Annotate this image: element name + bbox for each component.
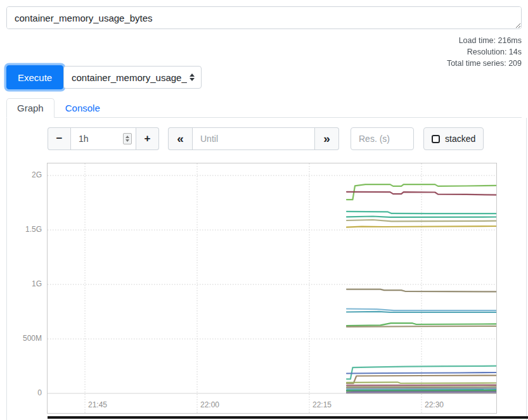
- plot-area[interactable]: 21:4522:0022:1522:300500M1G1.5G2G: [47, 163, 497, 414]
- updown-caret-icon: [190, 73, 195, 81]
- y-tick-label: 1G: [32, 279, 42, 288]
- query-input[interactable]: container_memory_usage_bytes: [6, 6, 522, 29]
- stacked-checkbox[interactable]: [432, 135, 440, 143]
- resolution: Resolution: 14s: [447, 46, 522, 58]
- rewind-button[interactable]: «: [168, 127, 192, 150]
- chart-svg: [48, 163, 496, 413]
- until-input[interactable]: [192, 127, 315, 150]
- legend-divider: [48, 416, 528, 419]
- load-time: Load time: 216ms: [447, 35, 522, 46]
- stacked-toggle-button[interactable]: stacked: [423, 127, 484, 150]
- execute-button[interactable]: Execute: [6, 65, 63, 89]
- y-tick-label: 500M: [23, 334, 42, 343]
- forward-button[interactable]: »: [315, 127, 339, 150]
- duration-stepper: − +: [48, 127, 159, 150]
- tab-bar: Graph Console: [6, 98, 522, 118]
- x-tick-label: 21:45: [88, 400, 107, 409]
- stacked-label: stacked: [445, 134, 475, 144]
- decrease-range-button[interactable]: −: [48, 127, 70, 150]
- resolution-group: [351, 127, 414, 150]
- metric-dropdown[interactable]: container_memory_usage_bytes: [63, 66, 202, 89]
- resolution-input[interactable]: [351, 127, 414, 150]
- metric-dropdown-value: container_memory_usage_bytes: [72, 72, 187, 83]
- spinner-icon[interactable]: [123, 133, 132, 144]
- x-tick-label: 22:30: [425, 400, 444, 409]
- total-time-series: Total time series: 209: [447, 58, 522, 69]
- query-stats: Load time: 216ms Resolution: 14s Total t…: [447, 35, 522, 69]
- stacked-group: stacked: [423, 127, 484, 150]
- tab-graph[interactable]: Graph: [6, 98, 55, 118]
- y-tick-label: 0: [37, 388, 42, 397]
- increase-range-button[interactable]: +: [136, 127, 159, 150]
- until-navigator: « »: [168, 127, 339, 150]
- tab-console[interactable]: Console: [55, 98, 111, 117]
- x-tick-label: 22:00: [200, 400, 219, 409]
- y-tick-label: 1.5G: [25, 225, 42, 234]
- x-tick-label: 22:15: [312, 400, 332, 409]
- y-tick-label: 2G: [32, 170, 42, 179]
